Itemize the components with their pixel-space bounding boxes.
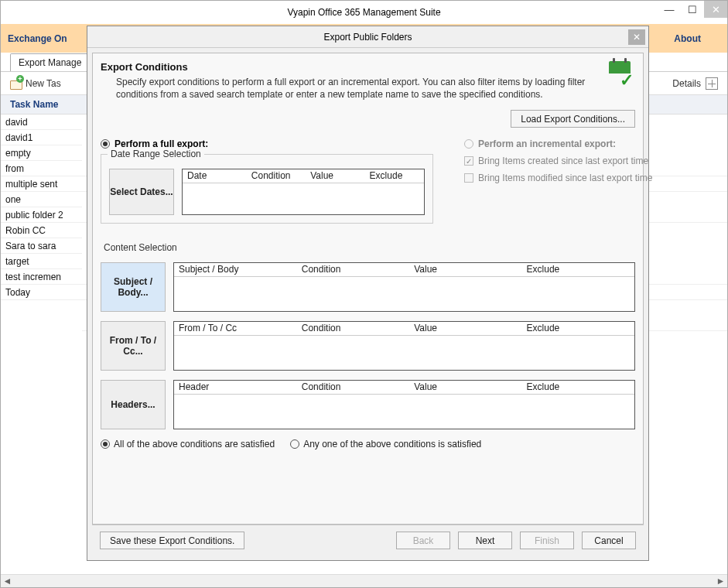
radio-incremental-label: Perform an incremental export: — [478, 138, 616, 149]
radio-icon — [290, 439, 299, 449]
checkbox-modified-label: Bring Items modified since last export t… — [478, 173, 652, 183]
radio-satisfy-all[interactable]: All of the above conditions are satisfie… — [101, 439, 275, 450]
subject-col-value: Value — [409, 263, 521, 276]
content-selection-legend: Content Selection — [101, 242, 180, 253]
list-item[interactable]: empty — [1, 145, 82, 161]
load-export-conditions-button[interactable]: Load Export Conditions... — [511, 110, 635, 128]
new-task-icon — [10, 77, 22, 90]
section-title: Exchange On — [8, 33, 67, 44]
checkbox-icon — [464, 173, 473, 183]
from-col-from: From / To / Cc — [174, 322, 297, 335]
radio-full-export[interactable]: Perform a full export: — [101, 138, 433, 149]
from-col-value: Value — [409, 322, 521, 335]
date-range-fieldset: Date Range Selection Select Dates... Dat… — [101, 154, 433, 224]
dialog-body: Export Conditions Specify export conditi… — [87, 48, 648, 560]
radio-icon — [101, 139, 110, 149]
radio-icon — [464, 139, 473, 149]
dialog-title: Export Public Folders — [323, 32, 412, 43]
headers-col-exclude: Exclude — [522, 381, 634, 394]
from-to-cc-button[interactable]: From / To / Cc... — [101, 321, 166, 371]
list-item[interactable]: from — [1, 161, 82, 176]
subject-body-button[interactable]: Subject / Body... — [101, 262, 166, 312]
titlebar-controls: — ☐ ✕ — [658, 1, 727, 18]
dialog-titlebar: Export Public Folders ✕ — [87, 26, 648, 48]
list-item[interactable]: public folder 2 — [1, 207, 82, 223]
back-button[interactable]: Back — [396, 532, 450, 549]
minimize-button[interactable]: — — [658, 1, 681, 18]
date-range-legend: Date Range Selection — [108, 149, 204, 159]
content-selection-fieldset: Content Selection Subject / Body... Subj… — [101, 248, 635, 457]
headers-col-value: Value — [409, 381, 521, 394]
date-col-exclude: Exclude — [365, 169, 424, 183]
date-col-date: Date — [183, 169, 247, 183]
list-item[interactable]: david — [1, 115, 82, 130]
headers-button[interactable]: Headers... — [101, 380, 166, 429]
export-dialog: Export Public Folders ✕ Export Condition… — [87, 26, 649, 561]
details-button[interactable]: Details — [672, 78, 701, 89]
column-sizer-button[interactable] — [706, 77, 718, 90]
checkbox-icon: ✓ — [464, 156, 473, 166]
list-item[interactable]: one — [1, 192, 82, 207]
conditions-header: Export Conditions Specify export conditi… — [101, 60, 635, 107]
sizer-icon — [706, 77, 718, 90]
list-item[interactable]: Robin CC — [1, 223, 82, 238]
radio-icon — [101, 439, 110, 449]
details-label: Details — [672, 78, 701, 89]
date-table: Date Condition Value Exclude — [182, 169, 425, 215]
checkbox-created-label: Bring Items created since last export ti… — [478, 156, 648, 166]
dialog-inner: Export Conditions Specify export conditi… — [92, 53, 644, 525]
tab-about[interactable]: About — [655, 33, 720, 44]
list-item[interactable]: Sara to sara — [1, 238, 82, 254]
conditions-description: Specify export conditions to perform a f… — [101, 76, 598, 101]
headers-table: Header Condition Value Exclude — [173, 380, 635, 429]
radio-full-label: Perform a full export: — [114, 138, 208, 149]
subject-table: Subject / Body Condition Value Exclude — [173, 262, 635, 312]
taskname-header-label: Task Name — [10, 99, 58, 110]
list-item[interactable]: target — [1, 254, 82, 269]
scroll-right-icon[interactable]: ► — [714, 576, 727, 587]
maximize-button[interactable]: ☐ — [681, 1, 704, 18]
from-table: From / To / Cc Condition Value Exclude — [173, 321, 635, 371]
checkbox-bring-created[interactable]: ✓ Bring Items created since last export … — [464, 156, 658, 166]
window-title: Vyapin Office 365 Management Suite — [287, 7, 440, 18]
headers-col-condition: Condition — [297, 381, 409, 394]
list-item[interactable]: david1 — [1, 130, 82, 145]
scroll-left-icon[interactable]: ◄ — [1, 576, 14, 587]
date-col-condition: Condition — [247, 169, 306, 183]
checkbox-bring-modified[interactable]: Bring Items modified since last export t… — [464, 173, 658, 183]
finish-button[interactable]: Finish — [520, 532, 574, 549]
from-col-exclude: Exclude — [522, 322, 634, 335]
select-dates-button[interactable]: Select Dates... — [109, 169, 174, 215]
cancel-button[interactable]: Cancel — [582, 532, 636, 549]
satisfy-any-label: Any one of the above conditions is satis… — [303, 439, 481, 450]
dialog-close-button[interactable]: ✕ — [628, 29, 645, 45]
subject-col-exclude: Exclude — [522, 263, 634, 276]
calendar-check-icon — [606, 61, 635, 87]
headers-col-header: Header — [174, 381, 297, 394]
tab-export-manage[interactable]: Export Manage — [10, 53, 90, 71]
subject-col-condition: Condition — [297, 263, 409, 276]
save-conditions-button[interactable]: Save these Export Conditions. — [100, 532, 244, 549]
list-item[interactable]: Today — [1, 285, 82, 300]
new-task-label: New Tas — [26, 78, 61, 89]
list-item[interactable]: multiple sent — [1, 176, 82, 192]
satisfy-all-label: All of the above conditions are satisfie… — [114, 439, 275, 450]
conditions-heading: Export Conditions — [101, 61, 598, 73]
date-col-value: Value — [306, 169, 364, 183]
task-list: david david1 empty from multiple sent on… — [1, 115, 82, 574]
new-task-button[interactable]: New Tas — [10, 77, 61, 90]
radio-satisfy-any[interactable]: Any one of the above conditions is satis… — [290, 439, 481, 450]
subject-col-subject: Subject / Body — [174, 263, 297, 276]
list-item[interactable]: test incremen — [1, 269, 82, 285]
close-button[interactable]: ✕ — [704, 1, 727, 18]
next-button[interactable]: Next — [458, 532, 512, 549]
radio-incremental-export[interactable]: Perform an incremental export: — [464, 138, 658, 149]
from-col-condition: Condition — [297, 322, 409, 335]
horizontal-scrollbar[interactable]: ◄ ► — [1, 574, 727, 587]
dialog-footer: Save these Export Conditions. Back Next … — [92, 525, 644, 556]
titlebar: Vyapin Office 365 Management Suite — ☐ ✕ — [1, 1, 727, 24]
